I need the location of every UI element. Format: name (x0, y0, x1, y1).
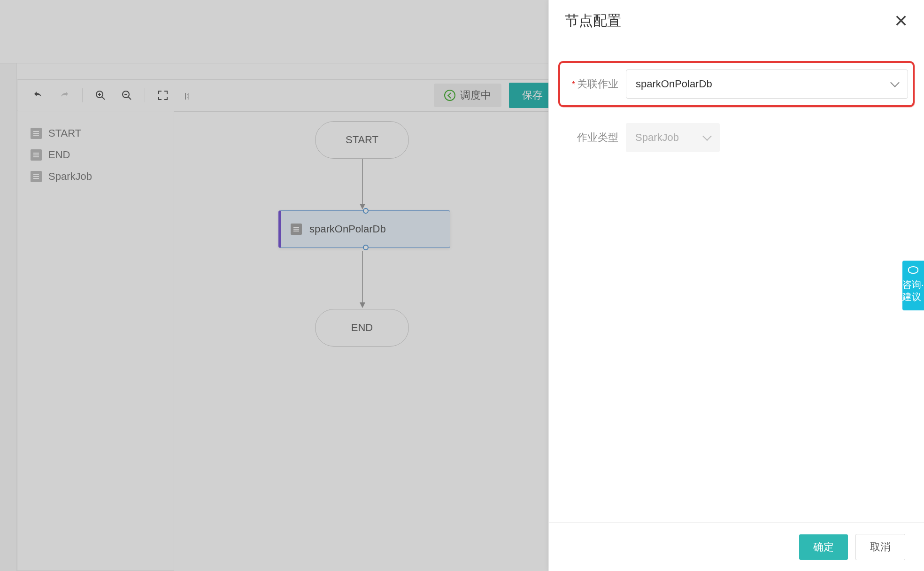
feedback-text: 咨询·建议 (902, 278, 924, 303)
zoom-in-button[interactable] (87, 82, 114, 108)
left-rail (0, 63, 17, 571)
form-row-job-type: 作业类型 SparkJob (565, 123, 908, 152)
form-label-assoc-job: *关联作业 (565, 77, 626, 91)
svg-line-1 (102, 97, 105, 100)
flow-node-start[interactable]: START (315, 121, 409, 159)
one-to-one-icon: |:| (184, 90, 195, 101)
chevron-down-icon (890, 78, 900, 87)
feedback-tab[interactable]: 咨询·建议 (902, 261, 924, 310)
flow-node-job[interactable]: sparkOnPolarDb (278, 210, 450, 248)
job-type-select: SparkJob (626, 123, 720, 152)
chevron-down-icon (702, 131, 712, 141)
svg-line-5 (128, 97, 131, 100)
edge-start-to-job (360, 159, 365, 210)
label-text: 作业类型 (577, 131, 618, 143)
redo-icon (59, 90, 70, 101)
palette-item-sparkjob[interactable]: SparkJob (17, 166, 174, 187)
zoom-in-icon (95, 90, 106, 101)
node-icon (31, 149, 42, 161)
zoom-out-icon (121, 90, 132, 101)
flow-node-label: sparkOnPolarDb (309, 223, 386, 235)
fit-button[interactable] (150, 82, 176, 108)
drawer-header: 节点配置 ✕ (549, 0, 924, 42)
form-label-job-type: 作业类型 (565, 131, 626, 145)
palette-item-start[interactable]: START (17, 123, 174, 144)
drawer-close-button[interactable]: ✕ (894, 13, 908, 30)
edge-job-to-end (360, 251, 365, 309)
flow-node-label: START (346, 134, 378, 146)
required-asterisk: * (572, 80, 575, 89)
node-port-bottom[interactable] (363, 245, 369, 250)
toolbar-separator (82, 88, 83, 102)
palette-item-label: END (48, 149, 70, 161)
status-label: 调度中 (460, 88, 491, 102)
node-icon (291, 224, 302, 235)
node-port-top[interactable] (363, 208, 369, 214)
node-icon (31, 128, 42, 139)
undo-icon (32, 90, 44, 101)
select-value: SparkJob (635, 131, 679, 144)
ok-button[interactable]: 确定 (799, 534, 848, 560)
node-config-drawer: 节点配置 ✕ *关联作业 sparkOnPolarDb 作业类型 SparkJo… (548, 0, 924, 571)
zoom-out-button[interactable] (114, 82, 140, 108)
select-value: sparkOnPolarDb (636, 78, 712, 90)
drawer-footer: 确定 取消 (549, 522, 924, 571)
editor-toolbar: |:| 调度中 保存 (17, 79, 564, 111)
flow-node-label: END (351, 322, 373, 334)
palette-item-label: SparkJob (48, 170, 92, 183)
node-icon (31, 171, 42, 182)
status-running-icon (444, 90, 455, 101)
assoc-job-select[interactable]: sparkOnPolarDb (626, 69, 908, 99)
label-text: 关联作业 (577, 78, 618, 90)
fit-screen-icon (157, 90, 169, 101)
node-palette: START END SparkJob (17, 111, 174, 571)
drawer-title: 节点配置 (565, 11, 621, 31)
palette-item-label: START (48, 127, 81, 139)
svg-text:|:|: |:| (185, 92, 190, 100)
undo-button[interactable] (25, 82, 51, 108)
palette-item-end[interactable]: END (17, 144, 174, 166)
cancel-button[interactable]: 取消 (855, 534, 905, 560)
redo-button[interactable] (51, 82, 77, 108)
feedback-icon (908, 266, 918, 274)
drawer-body: *关联作业 sparkOnPolarDb 作业类型 SparkJob (549, 42, 924, 522)
close-icon: ✕ (894, 11, 908, 31)
toolbar-separator (145, 88, 145, 102)
flow-node-end[interactable]: END (315, 309, 409, 347)
schedule-status-pill[interactable]: 调度中 (434, 84, 501, 107)
form-row-assoc-job: *关联作业 sparkOnPolarDb (558, 61, 915, 107)
actual-size-button[interactable]: |:| (176, 82, 202, 108)
